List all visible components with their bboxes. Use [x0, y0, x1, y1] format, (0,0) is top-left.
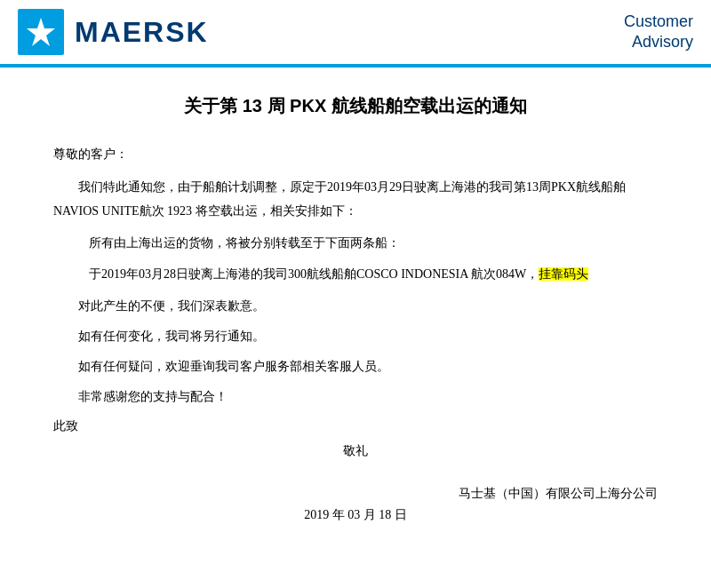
zhici: 此致 — [53, 418, 658, 434]
maersk-logo-text: MAERSK — [75, 16, 209, 49]
indent2-prefix: 于2019年03月28日驶离上海港的我司300航线船舶COSCO INDONES… — [89, 267, 539, 281]
svg-marker-0 — [27, 18, 55, 46]
header: MAERSK Customer Advisory — [0, 0, 711, 68]
paragraph1: 我们特此通知您，由于船舶计划调整，原定于2019年03月29日驶离上海港的我司第… — [53, 176, 658, 223]
indent2-highlight: 挂靠码头 — [539, 267, 588, 281]
content-area: 关于第 13 周 PKX 航线船舶空载出运的通知 尊敬的客户： 我们特此通知您，… — [0, 68, 711, 550]
maersk-star-logo — [18, 9, 64, 55]
page-title: 关于第 13 周 PKX 航线船舶空载出运的通知 — [53, 94, 658, 118]
salutation: 尊敬的客户： — [53, 143, 658, 165]
jing-li: 敬礼 — [53, 443, 658, 459]
page-wrapper: MAERSK Customer Advisory 关于第 13 周 PKX 航线… — [0, 0, 711, 588]
indent-line1: 所有由上海出运的货物，将被分别转载至于下面两条船： — [89, 232, 658, 256]
advisory-label: Customer Advisory — [624, 12, 693, 53]
thanks-line: 非常感谢您的支持与配合！ — [53, 385, 658, 409]
company-name: 马士基（中国）有限公司上海分公司 — [53, 486, 658, 502]
document-date: 2019 年 03 月 18 日 — [53, 507, 658, 523]
notice-line: 如有任何变化，我司将另行通知。 — [53, 324, 658, 349]
apology-line: 对此产生的不便，我们深表歉意。 — [53, 294, 658, 319]
contact-line: 如有任何疑问，欢迎垂询我司客户服务部相关客服人员。 — [53, 354, 658, 379]
indent-line2: 于2019年03月28日驶离上海港的我司300航线船舶COSCO INDONES… — [89, 263, 658, 287]
logo-area: MAERSK — [18, 9, 209, 55]
